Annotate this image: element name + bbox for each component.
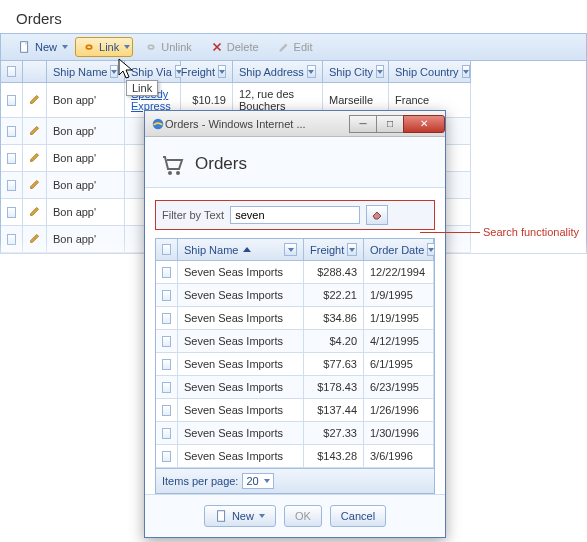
col-ship-name[interactable]: Ship Name [47,61,125,83]
popup-header: Orders [145,137,445,188]
col-ship-name[interactable]: Ship Name [178,239,304,261]
col-drop-icon[interactable] [284,243,297,256]
row-checkbox[interactable] [156,422,178,445]
svg-rect-0 [21,42,28,53]
new-button[interactable]: New [204,505,276,527]
col-drop-icon[interactable] [110,65,118,78]
cell-ship-name: Seven Seas Imports [178,284,304,307]
col-drop-icon[interactable] [347,243,357,256]
row-edit-button[interactable] [23,145,47,172]
window-title: Orders - Windows Internet ... [165,118,350,130]
new-button[interactable]: New [11,37,71,57]
col-drop-icon[interactable] [376,65,384,78]
cell-order-date: 12/22/1994 [364,261,434,284]
page-size-select[interactable]: 20 [242,473,273,489]
pencil-icon [28,177,42,193]
orders-popup-window: Orders - Windows Internet ... ─ □ ✕ Orde… [144,110,446,538]
ok-button[interactable]: OK [284,505,322,527]
link-icon [82,40,96,54]
edit-column-header [23,61,47,83]
row-edit-button[interactable] [23,118,47,145]
page-title: Orders [0,0,587,33]
row-checkbox[interactable] [156,353,178,376]
cell-freight: $34.86 [304,307,364,330]
pencil-icon [28,150,42,166]
row-checkbox[interactable] [1,172,23,199]
minimize-button[interactable]: ─ [349,115,377,133]
row-checkbox[interactable] [156,261,178,284]
cell-ship-name: Seven Seas Imports [178,261,304,284]
cell-ship-name: Seven Seas Imports [178,445,304,468]
search-bar: Filter by Text [155,200,435,230]
col-ship-address[interactable]: Ship Address [233,61,323,83]
cancel-button[interactable]: Cancel [330,505,386,527]
link-button[interactable]: Link [75,37,133,57]
cell-order-date: 4/12/1995 [364,330,434,353]
table-row[interactable]: Seven Seas Imports$22.211/9/1995 [156,284,434,307]
pencil-icon [28,92,42,108]
cell-ship-name: Bon app' [47,145,125,172]
row-edit-button[interactable] [23,199,47,226]
cell-order-date: 6/23/1995 [364,376,434,399]
col-ship-city[interactable]: Ship City [323,61,389,83]
cell-freight: $4.20 [304,330,364,353]
maximize-button[interactable]: □ [376,115,404,133]
col-order-date[interactable]: Order Date [364,239,434,261]
table-row[interactable]: Seven Seas Imports$178.436/23/1995 [156,376,434,399]
cell-ship-name: Seven Seas Imports [178,399,304,422]
pager: Items per page: 20 [156,468,434,493]
document-icon [215,509,229,523]
row-checkbox[interactable] [1,145,23,172]
svg-point-2 [168,171,172,175]
col-drop-icon[interactable] [218,65,226,78]
cell-ship-name: Bon app' [47,118,125,145]
eraser-icon [371,208,383,222]
select-all-header[interactable] [1,61,23,83]
cell-ship-name: Bon app' [47,172,125,199]
chevron-down-icon [62,45,68,49]
table-row[interactable]: Seven Seas Imports$27.331/30/1996 [156,422,434,445]
edit-button[interactable]: Edit [270,37,320,57]
row-edit-button[interactable] [23,172,47,199]
popup-title: Orders [195,154,247,174]
row-edit-button[interactable] [23,83,47,118]
row-checkbox[interactable] [1,118,23,145]
table-row[interactable]: Seven Seas Imports$288.4312/22/1994 [156,261,434,284]
search-label: Filter by Text [162,209,224,221]
col-drop-icon[interactable] [307,65,316,78]
cell-freight: $137.44 [304,399,364,422]
row-checkbox[interactable] [1,199,23,226]
col-drop-icon[interactable] [462,65,470,78]
col-freight[interactable]: Freight [304,239,364,261]
table-row[interactable]: Seven Seas Imports$77.636/1/1995 [156,353,434,376]
cell-order-date: 6/1/1995 [364,353,434,376]
row-checkbox[interactable] [156,399,178,422]
row-checkbox[interactable] [156,307,178,330]
pager-label: Items per page: [162,475,238,487]
table-row[interactable]: Seven Seas Imports$34.861/19/1995 [156,307,434,330]
col-freight[interactable]: Freight [181,61,233,83]
table-row[interactable]: Seven Seas Imports$143.283/6/1996 [156,445,434,468]
cell-freight: $143.28 [304,445,364,468]
row-checkbox[interactable] [156,330,178,353]
unlink-button[interactable]: Unlink [137,37,199,57]
delete-button[interactable]: Delete [203,37,266,57]
window-titlebar[interactable]: Orders - Windows Internet ... ─ □ ✕ [145,111,445,137]
select-all-header[interactable] [156,239,178,261]
row-checkbox[interactable] [156,284,178,307]
table-row[interactable]: Seven Seas Imports$137.441/26/1996 [156,399,434,422]
close-button[interactable]: ✕ [403,115,445,133]
table-row[interactable]: Seven Seas Imports$4.204/12/1995 [156,330,434,353]
sort-asc-icon [243,247,251,252]
cell-freight: $22.21 [304,284,364,307]
chevron-down-icon [264,479,270,483]
search-input[interactable] [230,206,360,224]
col-drop-icon[interactable] [427,243,435,256]
svg-rect-4 [218,511,225,522]
col-ship-country[interactable]: Ship Country [389,61,471,83]
cart-icon [159,151,185,177]
clear-search-button[interactable] [366,205,388,225]
row-checkbox[interactable] [156,445,178,468]
row-checkbox[interactable] [1,83,23,118]
row-checkbox[interactable] [156,376,178,399]
